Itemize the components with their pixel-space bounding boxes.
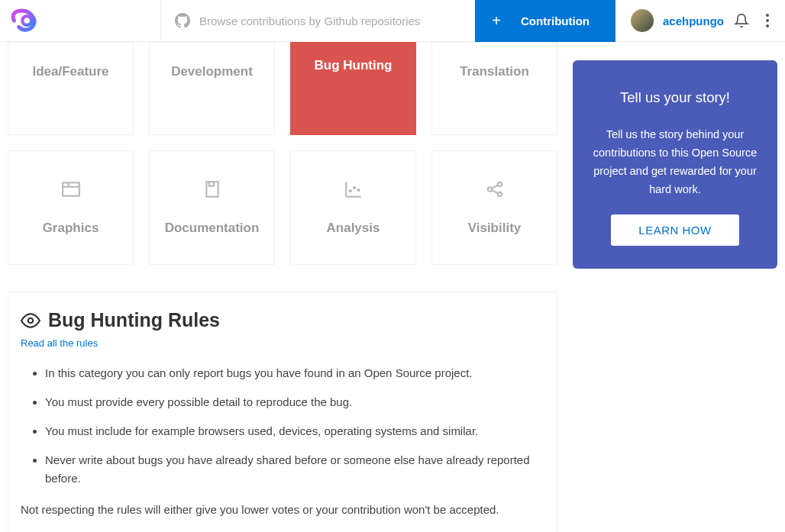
rules-title: Bug Hunting Rules <box>48 309 220 331</box>
svg-point-0 <box>22 16 31 25</box>
search-input[interactable]: Browse contributions by Github repositor… <box>160 0 475 41</box>
category-translation[interactable]: Translation <box>431 42 557 135</box>
avatar[interactable] <box>631 9 654 32</box>
svg-point-1 <box>766 14 769 17</box>
svg-point-13 <box>357 189 359 191</box>
svg-rect-4 <box>63 182 79 195</box>
rules-warning: Not respecting the rules will either giv… <box>21 503 544 516</box>
analysis-icon <box>344 179 363 199</box>
svg-line-18 <box>491 190 498 193</box>
eye-icon <box>21 311 40 330</box>
category-analysis[interactable]: Analysis <box>290 150 416 265</box>
rule-item: Never write about bugs you have already … <box>45 451 544 488</box>
category-graphics[interactable]: Graphics <box>8 150 134 265</box>
svg-point-3 <box>766 24 769 27</box>
svg-point-2 <box>766 19 769 22</box>
search-placeholder: Browse contributions by Github repositor… <box>199 15 420 27</box>
svg-point-11 <box>349 190 351 192</box>
category-idea-feature[interactable]: Idea/Feature <box>8 42 134 135</box>
rule-item: You must include for example browsers us… <box>45 422 544 440</box>
svg-point-12 <box>354 187 355 189</box>
category-development[interactable]: Development <box>149 42 275 135</box>
category-bug-hunting[interactable]: Bug Hunting <box>290 42 416 135</box>
rules-list: In this category you can only report bug… <box>21 364 544 488</box>
svg-point-19 <box>28 318 34 323</box>
plus-icon: + <box>492 12 501 30</box>
username[interactable]: acehpungo <box>663 15 724 27</box>
bell-icon[interactable] <box>733 13 750 28</box>
category-visibility[interactable]: Visibility <box>431 150 557 265</box>
svg-rect-8 <box>208 182 214 185</box>
story-body: Tell us the story behind your contributi… <box>591 126 759 199</box>
svg-line-17 <box>491 185 498 189</box>
visibility-icon <box>485 179 505 199</box>
story-title: Tell us your story! <box>591 89 759 106</box>
documentation-icon <box>202 179 222 199</box>
rule-item: You must provide every possible detail t… <box>45 393 544 411</box>
rules-card: Bug Hunting Rules Read all the rules In … <box>8 292 557 532</box>
logo[interactable] <box>0 5 160 37</box>
github-icon <box>175 13 190 28</box>
rule-item: In this category you can only report bug… <box>45 364 544 382</box>
category-grid: Idea/Feature Development Bug Hunting Tra… <box>8 42 557 265</box>
graphics-icon <box>61 179 81 199</box>
more-icon[interactable] <box>759 14 776 27</box>
learn-how-button[interactable]: LEARN HOW <box>611 214 738 246</box>
read-all-link[interactable]: Read all the rules <box>21 337 98 349</box>
category-documentation[interactable]: Documentation <box>149 150 275 265</box>
story-card: Tell us your story! Tell us the story be… <box>573 60 777 269</box>
contribution-button[interactable]: + Contribution <box>475 0 615 42</box>
